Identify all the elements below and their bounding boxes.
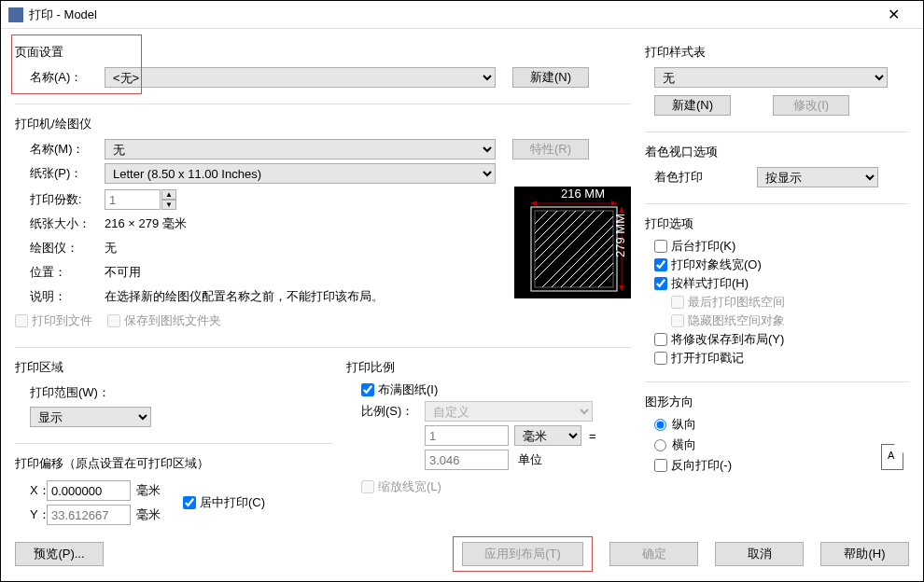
svg-line-19 [598,272,613,287]
y-label: Y： [15,506,47,523]
help-button[interactable]: 帮助(H) [820,542,909,566]
cancel-button[interactable]: 取消 [715,542,804,566]
copies-down-button[interactable]: ▼ [161,200,176,210]
style-table-label: 打印样式表 [645,44,909,61]
copies-up-button[interactable]: ▲ [161,189,176,200]
eq-label: = [589,429,596,443]
range-select[interactable]: 显示 [30,407,151,427]
paper-label: 纸张(P)： [15,165,105,182]
offset-group: 打印偏移（原点设置在可打印区域） X： 毫米 Y： 毫米 [15,450,332,535]
landscape-radio[interactable]: 横向 [654,436,909,453]
svg-marker-21 [619,207,624,213]
stamp-check[interactable]: 打开打印戳记 [654,350,909,367]
bg-check[interactable]: 后台打印(K) [654,238,909,255]
lw-check[interactable]: 打印对象线宽(O) [654,256,909,273]
x-unit: 毫米 [136,482,161,499]
page-setup-label: 页面设置 [15,44,631,61]
options-group: 打印选项 后台打印(K) 打印对象线宽(O) 按样式打印(H) 最后打印图纸空间… [645,210,909,376]
scale-label: 打印比例 [346,359,631,376]
name-label: 名称(A)： [15,69,105,86]
scale-select[interactable]: 自定义 [425,401,593,422]
fit-check[interactable]: 布满图纸(I) [361,381,631,398]
preview-button[interactable]: 预览(P)... [15,542,104,566]
reverse-check[interactable]: 反向打印(-) [654,457,909,474]
print-to-file-check[interactable]: 打印到文件 [15,312,92,329]
ok-button[interactable]: 确定 [609,542,698,566]
svg-rect-4 [531,207,617,291]
shaded-print-label: 着色打印 [654,169,757,186]
paper-select[interactable]: Letter (8.50 x 11.00 Inches) [105,163,496,184]
svg-line-18 [589,263,613,287]
window-title: 打印 - Model [29,7,871,23]
copies-input[interactable] [105,189,161,210]
bystyle-check[interactable]: 按样式打印(H) [654,275,909,292]
y-input[interactable] [47,505,131,525]
svg-marker-2 [531,201,537,206]
note-label: 说明： [15,288,105,305]
scale-num-input[interactable] [425,425,509,446]
center-check[interactable]: 居中打印(C) [183,494,265,511]
x-input[interactable] [47,480,131,501]
app-icon [8,7,23,22]
orient-label: 图形方向 [645,394,909,410]
shaded-group: 着色视口选项 着色打印 按显示 [645,138,909,198]
copies-label: 打印份数: [15,191,105,208]
svg-marker-3 [611,201,617,206]
plotter-label: 绘图仪： [15,240,105,256]
scale-denom-input[interactable] [425,450,509,470]
location-label: 位置： [15,264,105,281]
svg-line-17 [580,254,613,287]
title-bar: 打印 - Model ✕ [1,1,923,29]
apply-button[interactable]: 应用到布局(T) [462,542,583,566]
scale-group: 打印比例 布满图纸(I) 比例(S)： 自定义 毫米 = [346,353,631,505]
x-label: X： [15,482,47,499]
svg-line-9 [535,211,576,252]
style-new-button[interactable]: 新建(N) [654,95,731,116]
shaded-select[interactable]: 按显示 [757,167,878,187]
print-area-label: 打印区域 [15,359,332,376]
page-setup-new-button[interactable]: 新建(N) [512,67,589,88]
svg-marker-22 [619,285,624,291]
range-label: 打印范围(W)： [30,384,110,401]
style-edit-button[interactable]: 修改(I) [773,95,849,116]
printer-group-label: 打印机/绘图仪 [15,116,631,132]
printer-props-button[interactable]: 特性(R) [512,139,589,159]
svg-line-10 [535,211,567,242]
paper-size-value: 216 × 279 毫米 [105,215,187,232]
location-value: 不可用 [105,264,141,281]
close-button[interactable]: ✕ [871,6,916,23]
save-to-folder-check[interactable]: 保存到图纸文件夹 [107,312,221,329]
hide-check[interactable]: 隐藏图纸空间对象 [654,312,909,329]
savelayout-check[interactable]: 将修改保存到布局(Y) [654,331,909,348]
paper-preview: 216 MM 279 MM [514,187,631,298]
paper-size-label: 纸张大小： [15,215,105,232]
shaded-label: 着色视口选项 [645,144,909,160]
svg-line-7 [535,211,595,270]
y-unit: 毫米 [136,506,161,523]
svg-text:279 MM: 279 MM [613,214,627,257]
printer-name-label: 名称(M)： [15,141,105,158]
svg-line-16 [570,244,613,287]
plotter-value: 无 [105,240,117,256]
options-label: 打印选项 [645,215,909,232]
svg-line-8 [535,211,585,261]
scale-unit-select[interactable]: 毫米 [514,425,581,446]
paper-orientation-icon [881,444,903,470]
page-setup-select[interactable]: <无> [105,67,496,88]
svg-text:216 MM: 216 MM [561,187,605,201]
offset-label: 打印偏移（原点设置在可打印区域） [15,455,332,472]
orient-group: 图形方向 纵向 横向 反向打印(-) [645,388,909,483]
note-value: 在选择新的绘图仪配置名称之前，不能打印该布局。 [105,288,384,305]
style-table-group: 打印样式表 无 新建(N) 修改(I) [645,38,909,126]
svg-line-11 [535,211,557,233]
denom-unit: 单位 [518,451,542,468]
footer: 预览(P)... 应用到布局(T) 确定 取消 帮助(H) [15,536,909,572]
printer-group: 打印机/绘图仪 名称(M)： 无 特性(R) 纸张(P)： Letter (8.… [15,110,631,341]
style-table-select[interactable]: 无 [654,67,888,88]
print-area-group: 打印区域 打印范围(W)： 显示 [15,353,332,437]
last-check[interactable]: 最后打印图纸空间 [654,294,909,311]
portrait-radio[interactable]: 纵向 [654,416,909,433]
printer-select[interactable]: 无 [105,139,496,159]
page-setup-group: 页面设置 名称(A)： <无> 新建(N) [15,38,631,98]
scale-lw-check[interactable]: 缩放线宽(L) [361,478,631,495]
